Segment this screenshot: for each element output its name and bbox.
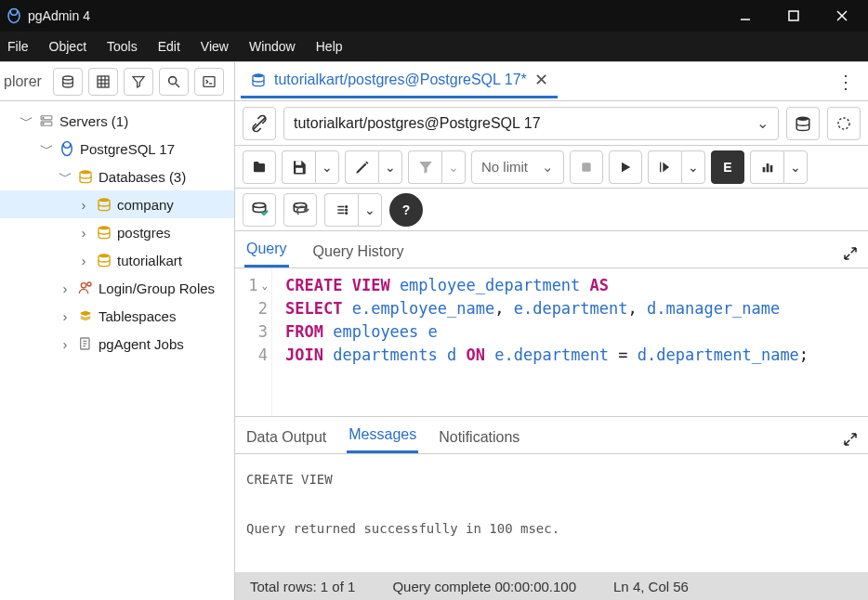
stop-button[interactable] [570,150,603,184]
expand-icon[interactable] [842,245,859,267]
save-dropdown[interactable]: ⌄ [315,150,339,184]
explain-button[interactable] [648,150,681,184]
kebab-menu-icon[interactable]: ⋮ [829,71,862,93]
chart-dropdown[interactable]: ⌄ [783,150,808,184]
status-bar: Total rows: 1 of 1 Query complete 00:00:… [235,572,868,600]
svg-point-25 [87,282,91,286]
tree-label: Login/Group Roles [99,280,215,296]
svg-point-46 [345,205,347,207]
toolbar-2: ⌄ ? [235,189,868,231]
maximize-button[interactable] [773,0,814,32]
help-button[interactable]: ? [389,193,423,227]
menu-object[interactable]: Object [49,39,86,54]
close-window-button[interactable] [822,0,862,32]
status-pos: Ln 4, Col 56 [613,579,689,594]
chevron-down-icon: ﹀ [39,140,54,158]
editor-tabs: Query Query History [235,231,868,268]
tree-db-postgres[interactable]: › postgres [0,218,234,246]
chevron-right-icon: › [58,280,72,296]
svg-point-18 [43,124,44,124]
disconnect-button[interactable] [243,107,276,140]
tree-label: PostgreSQL 17 [80,141,175,157]
tree-pg17[interactable]: ﹀ PostgreSQL 17 [0,135,234,163]
object-explorer: plorer ﹀ Servers (1) ﹀ PostgreSQL 17 ﹀ D… [0,62,235,600]
resize-button[interactable] [827,107,861,140]
database-icon [250,72,267,87]
tree-label: postgres [117,225,171,241]
tab-notifications[interactable]: Notifications [437,422,521,453]
menu-tools[interactable]: Tools [107,39,138,54]
server-button[interactable] [786,107,820,140]
tab-messages[interactable]: Messages [347,419,418,453]
rollback-button[interactable] [283,193,317,227]
svg-point-23 [99,254,110,257]
code-editor[interactable]: 1⌄ 2 3 4 CREATE VIEW employee_department… [235,268,868,417]
explorer-tool-3[interactable] [124,68,153,96]
chevron-right-icon: › [76,225,91,241]
explorer-tool-2[interactable] [88,68,118,96]
svg-rect-13 [204,76,215,86]
edit-dropdown[interactable]: ⌄ [378,150,402,184]
run-button[interactable] [609,150,642,184]
status-rows: Total rows: 1 of 1 [250,579,355,594]
explorer-tool-1[interactable] [53,68,83,96]
postgres-icon [58,140,76,157]
minimize-button[interactable] [725,0,766,32]
tree-db-tutorialkart[interactable]: › tutorialkart [0,246,234,274]
roles-icon [76,280,95,295]
svg-point-21 [99,198,110,202]
chart-button[interactable] [750,150,783,184]
database-icon [95,253,113,267]
tree-label: Databases (3) [99,169,186,185]
fold-icon[interactable]: ⌄ [261,274,268,297]
explorer-title: plorer [4,73,47,90]
commit-button[interactable] [243,193,276,227]
menu-view[interactable]: View [201,39,229,54]
connection-select[interactable]: tutorialkart/postgres@PostgreSQL 17 ⌄ [283,107,779,140]
macro-dropdown[interactable]: ⌄ [358,193,382,227]
chevron-down-icon: ⌄ [756,114,769,132]
svg-point-24 [81,283,85,288]
svg-line-31 [253,117,265,129]
chevron-right-icon: › [76,197,91,213]
svg-point-41 [253,202,265,207]
svg-point-22 [99,226,110,229]
tree-label: Tablespaces [99,308,176,324]
edit-button[interactable] [345,150,378,184]
explorer-search[interactable] [159,68,189,96]
menu-window[interactable]: Window [249,39,296,54]
filter-group: ⌄ [408,150,466,184]
explain-analyze-button[interactable]: E [711,150,744,184]
tree-tablespaces[interactable]: › Tablespaces [0,302,234,330]
tree-roles[interactable]: › Login/Group Roles [0,274,234,302]
expand-output-icon[interactable] [842,431,859,453]
code-body[interactable]: CREATE VIEW employee_department ASSELECT… [272,268,809,416]
tab-query[interactable]: Query [244,233,289,267]
tree-label: tutorialkart [117,253,182,268]
close-tab-icon[interactable]: ✕ [534,70,548,90]
chevron-right-icon: › [58,308,72,324]
macro-button[interactable] [324,193,358,227]
tab-data-output[interactable]: Data Output [244,422,328,453]
explorer-terminal[interactable] [194,68,224,96]
svg-point-33 [838,118,849,129]
open-file-button[interactable] [243,150,276,184]
limit-select[interactable]: No limit ⌄ [471,150,564,184]
connection-tab[interactable]: tutorialkart/postgres@PostgreSQL 17* ✕ [241,64,558,98]
tree-db-company[interactable]: › company [0,190,234,218]
connection-row: tutorialkart/postgres@PostgreSQL 17 ⌄ [235,101,868,146]
menu-help[interactable]: Help [316,39,343,54]
explain-dropdown[interactable]: ⌄ [681,150,705,184]
save-button[interactable] [282,150,315,184]
gutter: 1⌄ 2 3 4 [235,268,272,416]
tree-servers[interactable]: ﹀ Servers (1) [0,107,234,135]
jobs-icon [76,336,95,351]
tab-query-history[interactable]: Query History [311,236,406,267]
menu-edit[interactable]: Edit [158,39,180,54]
filter-button[interactable] [408,150,441,184]
menu-file[interactable]: File [7,39,29,54]
tree-pgagent[interactable]: › pgAgent Jobs [0,330,234,358]
tree-databases[interactable]: ﹀ Databases (3) [0,163,234,190]
filter-dropdown[interactable]: ⌄ [441,150,466,184]
svg-point-5 [63,76,73,80]
